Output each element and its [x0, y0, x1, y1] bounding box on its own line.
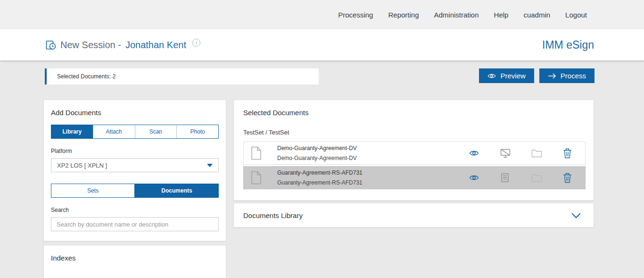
top-navigation: Processing Reporting Administration Help… — [0, 0, 644, 29]
nav-help[interactable]: Help — [494, 11, 509, 19]
nav-cuadmin[interactable]: cuadmin — [523, 11, 550, 19]
document-text: Demo-Guaranty-Agreement-DV Demo-Guaranty… — [277, 145, 357, 161]
process-button[interactable]: Process — [539, 68, 594, 83]
session-history-icon — [46, 40, 56, 50]
document-description: Demo-Guaranty-Agreement-DV — [277, 155, 357, 161]
platform-label: Platform — [51, 148, 219, 154]
chevron-down-icon[interactable] — [571, 212, 581, 219]
file-icon — [251, 146, 262, 160]
add-documents-title: Add Documents — [51, 109, 219, 117]
nav-reporting[interactable]: Reporting — [388, 11, 419, 19]
document-row[interactable]: Demo-Guaranty-Agreement-DV Demo-Guaranty… — [243, 142, 586, 165]
document-row-actions — [469, 173, 572, 183]
brand-logo: IMM eSign — [542, 39, 594, 51]
document-name: Guaranty-Agreement-RS-AFD731 — [277, 169, 363, 176]
preview-document-icon[interactable] — [469, 174, 479, 181]
document-lines-icon[interactable] — [500, 173, 510, 183]
session-user-name[interactable]: Jonathan Kent — [125, 40, 186, 51]
selected-documents-count-bar: Selected Documents: 2 — [45, 68, 319, 84]
info-icon[interactable]: i — [192, 39, 200, 47]
document-description: Guaranty-Agreement-RS-AFD731 — [277, 179, 363, 186]
preview-button[interactable]: Preview — [479, 68, 534, 83]
documents-library-panel[interactable]: Documents Library — [233, 203, 594, 227]
tab-attach[interactable]: Attach — [93, 125, 135, 138]
sets-documents-toggle: Sets Documents — [51, 184, 219, 198]
file-icon — [251, 171, 262, 185]
tab-library[interactable]: Library — [51, 125, 93, 138]
search-input[interactable] — [51, 217, 219, 231]
segment-documents[interactable]: Documents — [135, 184, 219, 198]
selected-documents-panel: Selected Documents TestSet / TestSet Dem… — [233, 100, 594, 201]
preview-document-icon[interactable] — [469, 150, 479, 157]
eye-icon — [487, 73, 496, 79]
document-name: Demo-Guaranty-Agreement-DV — [277, 145, 357, 152]
arrow-right-icon — [548, 73, 556, 79]
right-column: Selected Documents TestSet / TestSet Dem… — [233, 100, 594, 227]
folder-icon[interactable] — [531, 173, 542, 182]
status-action-row: Selected Documents: 2 Preview Process — [45, 68, 594, 84]
monitor-slash-icon[interactable] — [500, 148, 511, 159]
documents-library-title: Documents Library — [243, 211, 303, 219]
document-row-actions — [469, 148, 572, 159]
platform-select[interactable]: XP2 LOS [ XPLN ] — [51, 158, 219, 172]
document-text: Guaranty-Agreement-RS-AFD731 Guaranty-Ag… — [277, 169, 363, 186]
segment-sets[interactable]: Sets — [51, 184, 135, 198]
page-title: New Session - — [60, 40, 121, 51]
add-documents-panel: Add Documents Library Attach Scan Photo … — [43, 100, 226, 241]
document-set-label: TestSet / TestSet — [243, 129, 586, 136]
nav-processing[interactable]: Processing — [338, 11, 373, 19]
left-column: Add Documents Library Attach Scan Photo … — [43, 100, 226, 278]
nav-administration[interactable]: Administration — [434, 11, 479, 19]
main-content: Add Documents Library Attach Scan Photo … — [43, 100, 594, 278]
nav-logout[interactable]: Logout — [565, 11, 587, 19]
preview-button-label: Preview — [500, 72, 525, 80]
folder-icon[interactable] — [531, 149, 542, 158]
document-row[interactable]: Guaranty-Agreement-RS-AFD731 Guaranty-Ag… — [243, 166, 586, 189]
indexes-title: Indexes — [51, 254, 219, 262]
page-header: New Session - Jonathan Kent i IMM eSign — [0, 29, 644, 60]
tab-scan[interactable]: Scan — [135, 125, 177, 138]
chevron-down-icon — [207, 164, 213, 167]
delete-document-icon[interactable] — [563, 173, 572, 183]
platform-selected-value: XP2 LOS [ XPLN ] — [57, 162, 107, 169]
selected-documents-count-text: Selected Documents: 2 — [57, 73, 116, 80]
document-rows: Demo-Guaranty-Agreement-DV Demo-Guaranty… — [243, 142, 586, 189]
search-label: Search — [51, 207, 219, 213]
action-buttons: Preview Process — [479, 68, 594, 83]
selected-documents-title: Selected Documents — [243, 109, 586, 117]
add-documents-tabs: Library Attach Scan Photo — [51, 125, 219, 139]
delete-document-icon[interactable] — [563, 148, 572, 159]
session-title-group: New Session - Jonathan Kent i — [46, 40, 200, 51]
process-button-label: Process — [561, 72, 586, 80]
indexes-panel: Indexes — [43, 245, 226, 278]
tab-photo[interactable]: Photo — [176, 125, 218, 138]
